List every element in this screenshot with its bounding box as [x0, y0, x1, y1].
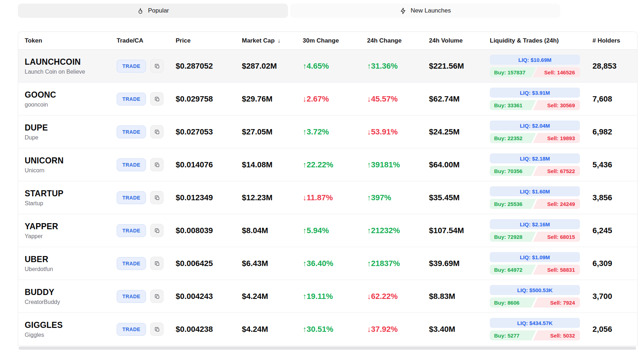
table-row[interactable]: YAPPER Yapper TRADE $0.008039 $8.04M ↑5.… [18, 214, 637, 247]
tab-popular-label: Popular [148, 7, 169, 14]
tab-bar: Popular New Launches [18, 4, 560, 18]
liquidity-trades-cell: LIQ: $2.04M Buy: 22352 Sell: 19893 [483, 121, 586, 143]
token-name: Dupe [25, 134, 110, 141]
token-name: CreatorBuddy [25, 299, 110, 305]
market-cap-value: $4.24M [235, 292, 296, 301]
trade-button[interactable]: TRADE [117, 224, 146, 237]
copy-address-button[interactable] [150, 191, 164, 204]
sell-count-badge: Sell: 30569 [533, 100, 580, 110]
trade-ca-cell: TRADE [110, 158, 169, 171]
change-24h-value: ↑39181% [361, 160, 423, 169]
token-name: Unicorn [25, 167, 110, 174]
copy-address-button[interactable] [150, 323, 164, 336]
trade-button[interactable]: TRADE [117, 93, 146, 105]
tab-new-launches[interactable]: New Launches [290, 4, 560, 18]
copy-icon [154, 63, 160, 69]
change-24h-value: ↓62.22% [361, 292, 423, 301]
holders-value: 3,700 [586, 292, 637, 301]
token-cell: LAUNCHCOIN Launch Coin on Believe [18, 57, 110, 75]
copy-icon [154, 326, 160, 332]
change-24h-value: ↑31.36% [361, 62, 423, 71]
liquidity-trades-cell: LIQ: $2.16M Buy: 72928 Sell: 68015 [483, 219, 586, 242]
column-header-token: Token [18, 37, 110, 44]
price-value: $0.029758 [169, 94, 235, 104]
table-row[interactable]: DUPE Dupe TRADE $0.027053 $27.05M ↑3.72%… [18, 115, 637, 148]
sell-count-badge: Sell: 146526 [533, 67, 580, 77]
trade-button[interactable]: TRADE [117, 60, 146, 73]
holders-value: 3,856 [586, 193, 637, 202]
column-header-price[interactable]: Price [169, 37, 235, 44]
market-cap-value: $6.43M [235, 259, 296, 268]
copy-icon [154, 162, 160, 168]
token-cell: UBER Uberdotfun [18, 255, 110, 272]
copy-address-button[interactable] [150, 224, 164, 237]
token-table: Token Trade/CA Price Market Cap ↓ 30m Ch… [18, 31, 638, 346]
liquidity-badge: LIQ: $1.60M [490, 186, 580, 196]
table-header-row: Token Trade/CA Price Market Cap ↓ 30m Ch… [18, 32, 637, 50]
copy-address-button[interactable] [150, 158, 164, 171]
price-value: $0.027053 [169, 127, 235, 137]
copy-address-button[interactable] [150, 92, 164, 105]
buy-sell-row: Buy: 157837 Sell: 146526 [490, 67, 580, 77]
column-header-30m-change[interactable]: 30m Change [296, 37, 361, 44]
tab-new-launches-label: New Launches [411, 7, 451, 14]
copy-address-button[interactable] [150, 290, 164, 303]
table-row[interactable]: LAUNCHCOIN Launch Coin on Believe TRADE … [18, 50, 637, 83]
column-header-24h-change[interactable]: 24h Change [361, 37, 423, 44]
sort-descending-icon: ↓ [278, 38, 280, 44]
copy-address-button[interactable] [150, 59, 164, 73]
price-value: $0.004238 [169, 325, 235, 334]
trade-button[interactable]: TRADE [117, 257, 146, 270]
volume-24h-value: $107.54M [423, 226, 483, 235]
token-cell: UNICORN Unicorn [18, 156, 110, 174]
price-value: $0.004243 [169, 292, 235, 301]
tab-popular[interactable]: Popular [18, 4, 288, 18]
copy-address-button[interactable] [150, 257, 164, 270]
holders-value: 2,056 [586, 325, 637, 334]
table-row[interactable]: STARTUP Startup TRADE $0.012349 $12.23M … [18, 181, 637, 214]
volume-24h-value: $39.69M [423, 259, 483, 268]
table-row[interactable]: UNICORN Unicorn TRADE $0.014076 $14.08M … [18, 148, 637, 181]
volume-24h-value: $3.40M [423, 325, 483, 334]
change-24h-value: ↓53.91% [361, 127, 423, 137]
change-30m-value: ↓11.87% [296, 193, 361, 202]
holders-value: 6,245 [586, 226, 637, 235]
token-cell: GIGGLES Giggles [18, 320, 110, 338]
trade-button[interactable]: TRADE [117, 290, 146, 303]
trade-button[interactable]: TRADE [117, 158, 146, 171]
change-24h-value: ↑397% [361, 193, 423, 202]
holders-value: 6,309 [586, 259, 637, 268]
sell-count-badge: Sell: 67522 [533, 166, 580, 176]
market-cap-value: $27.05M [235, 127, 296, 137]
column-header-24h-volume[interactable]: 24h Volume [423, 37, 483, 44]
table-row[interactable]: BUDDY CreatorBuddy TRADE $0.004243 $4.24… [18, 280, 637, 313]
buy-count-badge: Buy: 33361 [490, 100, 536, 110]
column-header-market-cap[interactable]: Market Cap ↓ [235, 37, 296, 44]
price-value: $0.006425 [169, 259, 235, 268]
table-row[interactable]: GOONC gooncoin TRADE $0.029758 $29.76M ↓… [18, 83, 637, 115]
trade-button[interactable]: TRADE [117, 126, 146, 138]
sell-count-badge: Sell: 58831 [533, 265, 580, 275]
trade-ca-cell: TRADE [110, 257, 169, 270]
sell-count-badge: Sell: 5032 [533, 330, 580, 340]
copy-icon [154, 195, 160, 201]
token-symbol: UBER [25, 255, 110, 264]
token-symbol: BUDDY [25, 287, 110, 297]
trade-button[interactable]: TRADE [117, 191, 146, 204]
market-cap-value: $4.24M [235, 325, 296, 334]
buy-count-badge: Buy: 25536 [490, 199, 536, 209]
holders-value: 28,853 [586, 62, 637, 71]
liquidity-trades-cell: LIQ: $500.53K Buy: 8606 Sell: 7924 [483, 285, 586, 308]
market-cap-value: $14.08M [235, 160, 296, 169]
buy-count-badge: Buy: 70356 [490, 166, 536, 176]
sell-count-badge: Sell: 24249 [533, 199, 580, 209]
buy-sell-row: Buy: 72928 Sell: 68015 [490, 232, 580, 242]
table-row[interactable]: GIGGLES Giggles TRADE $0.004238 $4.24M ↑… [18, 313, 637, 346]
token-symbol: GIGGLES [25, 320, 110, 330]
copy-address-button[interactable] [150, 125, 164, 138]
horizontal-scrollbar[interactable] [19, 346, 636, 350]
trade-button[interactable]: TRADE [117, 323, 146, 336]
change-30m-value: ↑3.72% [296, 127, 361, 137]
volume-24h-value: $35.45M [423, 193, 483, 202]
table-row[interactable]: UBER Uberdotfun TRADE $0.006425 $6.43M ↑… [18, 247, 637, 280]
